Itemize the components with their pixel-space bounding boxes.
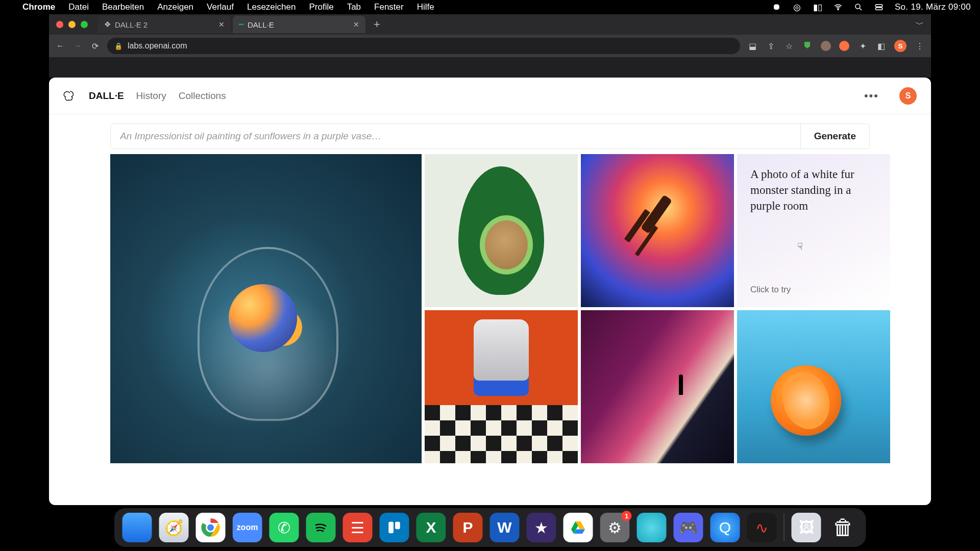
svg-point-1 [855,4,860,9]
browser-tab-active[interactable]: ━ DALL·E ✕ [233,16,365,33]
more-menu-icon[interactable]: ••• [864,89,879,103]
svg-point-6 [207,523,215,532]
dock-whatsapp[interactable]: ✆ [270,513,299,542]
menu-verlauf[interactable]: Verlauf [207,2,234,12]
browser-window: ❖ DALL·E 2 ✕ ━ DALL·E ✕ + ﹀ ← → ⟳ 🔒 labs… [49,14,931,505]
menubar-datetime[interactable]: So. 19. März 09:00 [895,2,971,12]
lock-icon: 🔒 [114,42,122,50]
tab-favicon-icon: ❖ [104,20,111,29]
svg-rect-2 [875,5,883,7]
openai-logo-icon [63,89,77,103]
gallery-grid: A photo of a white fur monster standing … [110,154,870,463]
nav-collections[interactable]: Collections [179,90,226,102]
dock-quicktime[interactable]: Q [710,513,740,542]
control-center-icon[interactable] [874,3,884,12]
battery-icon[interactable]: ▮▯ [813,3,822,12]
fullscreen-window-button[interactable] [81,21,88,28]
browser-tab[interactable]: ❖ DALL·E 2 ✕ [98,16,231,33]
tab-close-icon[interactable]: ✕ [353,20,359,29]
dock-spotify[interactable] [306,513,336,542]
gallery-image[interactable] [737,310,890,463]
generate-button[interactable]: Generate [800,124,869,148]
extensions-puzzle-icon[interactable]: ✦ [857,41,868,51]
dock-imovie[interactable]: ★ [527,513,556,542]
minimize-window-button[interactable] [68,21,76,28]
menu-lesezeichen[interactable]: Lesezeichen [247,2,296,12]
close-window-button[interactable] [56,21,63,28]
dock-todoist[interactable]: ☰ [343,513,373,542]
reload-button[interactable]: ⟳ [90,41,100,51]
dock-chrome[interactable] [196,513,226,542]
extension-shield-icon[interactable]: ⛊ [802,41,813,51]
dock-excel[interactable]: X [416,513,446,542]
dock-discord[interactable]: 🎮 [674,513,703,542]
svg-rect-3 [875,8,883,10]
macos-menubar: Chrome Datei Bearbeiten Anzeigen Verlauf… [0,0,980,14]
prompt-input[interactable] [111,131,800,142]
menu-fenster[interactable]: Fenster [374,2,404,12]
dock-settings[interactable]: ⚙1 [600,513,630,542]
dock-safari[interactable]: 🧭 [159,513,189,542]
menu-anzeigen[interactable]: Anzeigen [157,2,193,12]
dock-zoom[interactable]: zoom [233,513,262,542]
chrome-background [49,57,931,78]
forward-button[interactable]: → [72,41,83,51]
menubar-app-name[interactable]: Chrome [22,2,55,12]
dock-powerpoint[interactable]: P [453,513,483,542]
svg-point-0 [838,9,839,10]
svg-rect-8 [395,522,400,529]
page-content: Generate A photo of a white fur monster … [49,114,931,505]
dock-preview[interactable]: 🖼 [792,513,821,542]
back-button[interactable]: ← [55,41,65,51]
chrome-toolbar: ← → ⟳ 🔒 labs.openai.com ⬓ ⇪ ☆ ⛊ ✦ ◧ S ⋮ [49,35,931,57]
menu-tab[interactable]: Tab [347,2,361,12]
try-prompt-card[interactable]: A photo of a white fur monster standing … [737,154,890,307]
nav-dalle[interactable]: DALL·E [89,90,124,102]
dock-trash[interactable]: 🗑 [828,513,858,542]
install-app-icon[interactable]: ⬓ [747,41,757,51]
dock-trello[interactable] [380,513,409,542]
chrome-profile-avatar[interactable]: S [894,40,906,52]
screen-record-icon[interactable]: ⏺ [772,3,781,12]
extension-icon[interactable] [821,41,831,51]
dock-finder[interactable] [122,513,152,542]
spotlight-icon[interactable] [854,3,863,12]
tab-close-icon[interactable]: ✕ [218,20,225,29]
chrome-tabstrip: ❖ DALL·E 2 ✕ ━ DALL·E ✕ + ﹀ [49,14,931,35]
gallery-image[interactable] [425,310,578,463]
dock-voice-memos[interactable]: ∿ [747,513,777,542]
menu-datei[interactable]: Datei [68,2,89,12]
page-header: DALL·E History Collections ••• S [49,78,931,114]
menu-profile[interactable]: Profile [309,2,333,12]
playback-icon[interactable]: ◎ [793,3,802,12]
macos-dock: 🧭 zoom ✆ ☰ X P W ★ ⚙1 🎮 Q ∿ 🖼 🗑 [114,508,866,547]
tab-title: DALL·E 2 [115,20,148,29]
user-avatar[interactable]: S [899,87,917,105]
wifi-icon[interactable] [834,3,843,12]
extension-icon[interactable] [839,41,849,51]
gallery-image[interactable] [581,154,734,307]
dock-word[interactable]: W [490,513,520,542]
bookmark-star-icon[interactable]: ☆ [784,41,794,51]
address-bar[interactable]: 🔒 labs.openai.com [107,38,740,54]
nav-history[interactable]: History [136,90,166,102]
menu-hilfe[interactable]: Hilfe [417,2,434,12]
chrome-menu-icon[interactable]: ⋮ [915,41,925,51]
try-prompt-text: A photo of a white fur monster standing … [750,166,877,214]
tab-favicon-icon: ━ [239,20,243,29]
gallery-image-featured[interactable] [110,154,422,463]
gallery-image[interactable] [581,310,734,463]
gallery-image[interactable] [425,154,578,307]
new-tab-button[interactable]: + [368,18,386,31]
page-nav: DALL·E History Collections [89,90,226,102]
try-prompt-cta: Click to try [750,285,877,295]
dock-app-cyan[interactable] [637,513,667,542]
svg-rect-7 [388,522,394,533]
menu-bearbeiten[interactable]: Bearbeiten [102,2,144,12]
dock-drive[interactable] [564,513,593,542]
sidepanel-icon[interactable]: ◧ [876,41,886,51]
dalle-page: DALL·E History Collections ••• S Generat… [49,78,931,505]
share-icon[interactable]: ⇪ [766,41,776,51]
tab-overflow-icon[interactable]: ﹀ [916,19,924,30]
cursor-pointer-icon: ☟ [797,241,803,252]
